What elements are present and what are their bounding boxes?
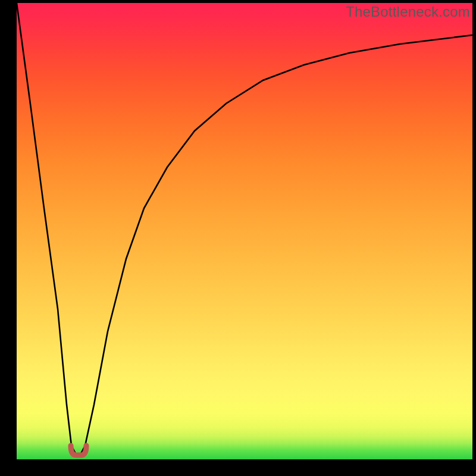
curve-marker-u xyxy=(71,446,86,455)
chart-border-top xyxy=(0,0,476,3)
bottleneck-curve-path xyxy=(17,3,472,455)
watermark-text: TheBottleneck.com xyxy=(346,4,470,20)
chart-border-right xyxy=(472,0,476,476)
chart-area xyxy=(17,3,472,459)
bottleneck-curve-svg xyxy=(17,3,472,459)
chart-border-left xyxy=(0,0,17,476)
chart-border-bottom xyxy=(0,459,476,476)
